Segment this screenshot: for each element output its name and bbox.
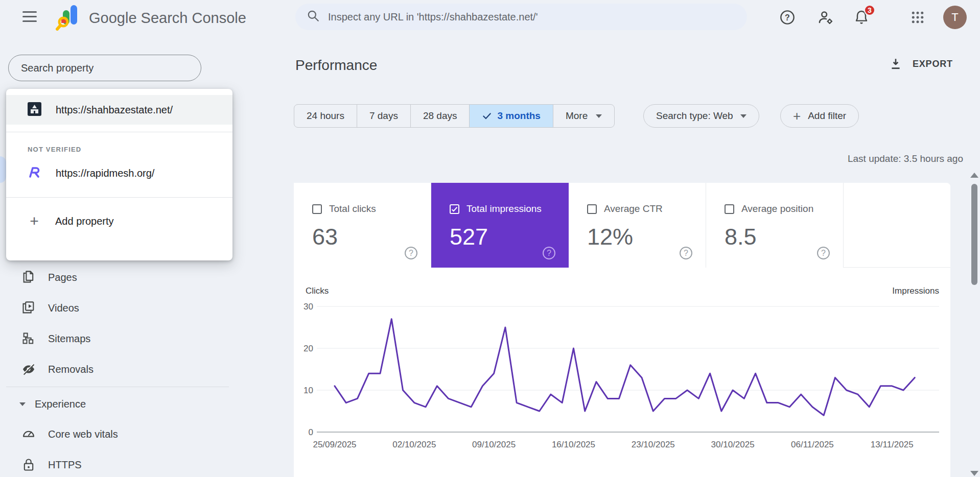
metric-checkbox[interactable] <box>587 204 597 214</box>
metric-card-filler <box>844 183 950 267</box>
search-type-label: Search type: Web <box>656 110 733 122</box>
sidebar-item-label: Core web vitals <box>48 428 118 440</box>
rapidmesh-favicon <box>28 165 41 181</box>
search-placeholder: Inspect any URL in 'https://shahbazestat… <box>328 11 538 23</box>
page-title: Performance <box>295 57 377 74</box>
sidebar-item-removals[interactable]: Removals <box>0 354 235 385</box>
tab-label: 28 days <box>423 110 457 122</box>
metric-value: 63 <box>312 224 431 250</box>
svg-text:0: 0 <box>309 427 313 437</box>
metric-card-total-clicks[interactable]: Total clicks 63 ? <box>294 183 431 268</box>
svg-text:09/10/2025: 09/10/2025 <box>472 440 516 449</box>
metric-card-average-position[interactable]: Average position 8.5 ? <box>706 183 844 268</box>
add-filter-button[interactable]: + Add filter <box>780 104 859 128</box>
svg-text:30: 30 <box>304 302 313 312</box>
hamburger-bar <box>22 20 37 22</box>
dropdown-divider <box>6 132 232 132</box>
metric-label: Average position <box>741 203 813 214</box>
account-avatar[interactable]: T <box>943 6 967 29</box>
tab-24-hours[interactable]: 24 hours <box>294 105 357 127</box>
dropdown-divider <box>6 197 232 198</box>
last-update-text: Last update: 3.5 hours ago <box>848 153 963 164</box>
help-icon[interactable]: ? <box>817 247 830 259</box>
property-item-rapidmesh[interactable]: https://rapidmesh.org/ <box>6 158 232 188</box>
svg-text:16/10/2025: 16/10/2025 <box>552 440 595 449</box>
sitemaps-icon <box>21 331 36 346</box>
impressions-line-chart[interactable]: 010203025/09/202502/10/202509/10/202516/… <box>294 268 950 477</box>
svg-text:23/10/2025: 23/10/2025 <box>632 440 675 449</box>
vertical-scrollbar[interactable] <box>969 172 980 477</box>
tab-3-months[interactable]: 3 months <box>470 105 553 127</box>
videos-icon <box>21 301 36 315</box>
search-type-dropdown[interactable]: Search type: Web <box>643 104 759 128</box>
google-apps-button[interactable] <box>907 7 928 28</box>
notifications-button[interactable]: 3 <box>851 7 872 28</box>
scroll-down-arrow-icon[interactable] <box>970 471 978 476</box>
chevron-down-icon <box>740 114 746 118</box>
search-property-input[interactable]: Search property <box>8 55 201 81</box>
help-icon[interactable]: ? <box>543 247 555 259</box>
metric-label: Average CTR <box>604 203 663 214</box>
avatar-letter: T <box>951 11 958 24</box>
sidebar-item-videos[interactable]: Videos <box>0 293 235 323</box>
sidebar-item-pages[interactable]: Pages <box>0 262 235 293</box>
metric-card-average-ctr[interactable]: Average CTR 12% ? <box>569 183 706 268</box>
plus-icon: + <box>28 212 41 230</box>
sidebar-item-label: Pages <box>48 272 77 283</box>
sidebar-section-experience[interactable]: Experience <box>0 389 235 419</box>
metric-value: 8.5 <box>725 224 843 250</box>
svg-text:25/09/2025: 25/09/2025 <box>313 440 356 449</box>
add-property-label: Add property <box>55 216 114 227</box>
check-icon <box>482 111 492 121</box>
property-selector-dropdown: https://shahbazestate.net/ NOT VERIFIED … <box>6 89 232 260</box>
sidebar-item-https[interactable]: HTTPS <box>0 449 235 477</box>
user-settings-icon <box>817 9 834 26</box>
search-console-logo-icon <box>55 3 82 33</box>
scroll-up-arrow-icon[interactable] <box>970 173 978 178</box>
sidebar-item-core-web-vitals[interactable]: Core web vitals <box>0 419 235 449</box>
sidebar-item-performance-highlight[interactable] <box>0 156 6 183</box>
tab-7-days[interactable]: 7 days <box>357 105 411 127</box>
svg-text:13/11/2025: 13/11/2025 <box>871 440 914 449</box>
svg-text:?: ? <box>785 13 790 22</box>
pages-icon <box>21 270 36 284</box>
metric-checkbox[interactable] <box>450 204 459 214</box>
app-logo[interactable]: Google Search Console <box>55 3 246 33</box>
tab-28-days[interactable]: 28 days <box>411 105 470 127</box>
chevron-down-icon <box>596 114 602 118</box>
metric-value: 527 <box>450 224 569 250</box>
metric-label: Total impressions <box>466 203 542 214</box>
tab-label: 24 hours <box>307 110 344 122</box>
tab-more[interactable]: More <box>553 105 614 127</box>
scrollbar-thumb[interactable] <box>971 184 977 285</box>
sidebar-item-label: Videos <box>48 302 79 314</box>
metric-label: Total clicks <box>329 203 376 214</box>
property-url: https://rapidmesh.org/ <box>56 168 154 179</box>
metric-checkbox[interactable] <box>725 204 734 214</box>
help-icon[interactable]: ? <box>680 247 692 259</box>
help-icon: ? <box>779 9 796 26</box>
menu-hamburger-button[interactable] <box>22 11 37 22</box>
add-property-button[interactable]: + Add property <box>6 205 232 237</box>
sidebar-section-label: Experience <box>35 398 86 410</box>
user-settings-button[interactable] <box>815 7 836 28</box>
add-filter-label: Add filter <box>808 110 846 122</box>
core-web-vitals-icon <box>21 427 36 441</box>
sidebar-item-sitemaps[interactable]: Sitemaps <box>0 323 235 354</box>
svg-text:20: 20 <box>304 344 313 353</box>
svg-text:06/11/2025: 06/11/2025 <box>791 440 834 449</box>
sidebar-item-label: Sitemaps <box>48 333 90 345</box>
help-icon[interactable]: ? <box>405 247 417 259</box>
property-item-shahbazestate[interactable]: https://shahbazestate.net/ <box>6 95 232 125</box>
search-icon <box>307 9 320 25</box>
metric-card-total-impressions[interactable]: Total impressions 527 ? <box>431 183 569 268</box>
url-inspection-search-bar[interactable]: Inspect any URL in 'https://shahbazestat… <box>295 4 747 30</box>
shahbazestate-favicon <box>28 102 41 118</box>
metric-checkbox[interactable] <box>312 204 322 214</box>
export-button[interactable]: EXPORT <box>889 57 953 70</box>
hamburger-bar <box>22 11 37 13</box>
help-button[interactable]: ? <box>777 7 798 28</box>
export-label: EXPORT <box>913 59 953 69</box>
apps-grid-icon <box>910 10 925 25</box>
not-verified-section-label: NOT VERIFIED <box>28 146 232 153</box>
